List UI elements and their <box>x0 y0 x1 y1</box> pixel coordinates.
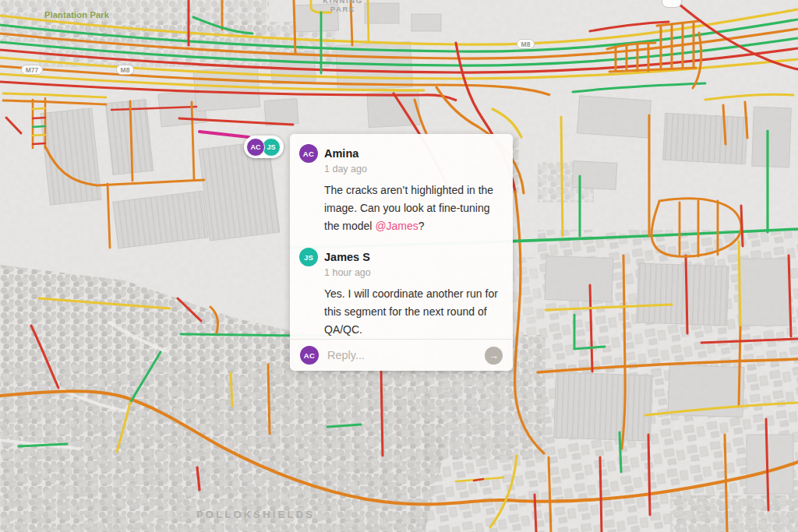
comment-item: AC Amina 1 day ago The cracks aren’t hig… <box>290 144 513 235</box>
reply-input[interactable] <box>326 348 478 362</box>
comment-body: The cracks aren’t highlighted in the ima… <box>324 181 503 235</box>
road-shield-clipped <box>662 0 682 8</box>
comment-body: Yes. I will coordinate another run for t… <box>324 285 503 339</box>
comment-timestamp: 1 day ago <box>324 163 500 176</box>
road-shield-m8-east: M8 <box>517 39 535 49</box>
comment-author: James S <box>324 248 500 266</box>
comment-pin[interactable]: AC JS <box>244 136 284 158</box>
road-shield-m77: M77 <box>21 65 43 75</box>
avatar-js: JS <box>299 248 318 266</box>
map-view: Plantation Park KINNING PARK POLLOKSHIEL… <box>0 0 798 532</box>
comment-thread-card: AC Amina 1 day ago The cracks aren’t hig… <box>290 134 513 371</box>
comment-author: Amina <box>324 144 500 163</box>
arrow-right-icon: → <box>489 347 499 365</box>
road-shield-m8: M8 <box>116 65 134 75</box>
avatar-ac: AC <box>246 138 265 157</box>
reply-bar: AC → <box>290 339 513 371</box>
mention-link[interactable]: @James <box>375 220 418 232</box>
avatar-ac: AC <box>300 346 319 365</box>
send-reply-button[interactable]: → <box>485 347 503 365</box>
comment-timestamp: 1 hour ago <box>324 266 500 280</box>
comment-item: JS James S 1 hour ago Yes. I will coordi… <box>290 248 513 339</box>
comment-list: AC Amina 1 day ago The cracks aren’t hig… <box>290 134 513 339</box>
avatar-ac: AC <box>299 144 318 163</box>
